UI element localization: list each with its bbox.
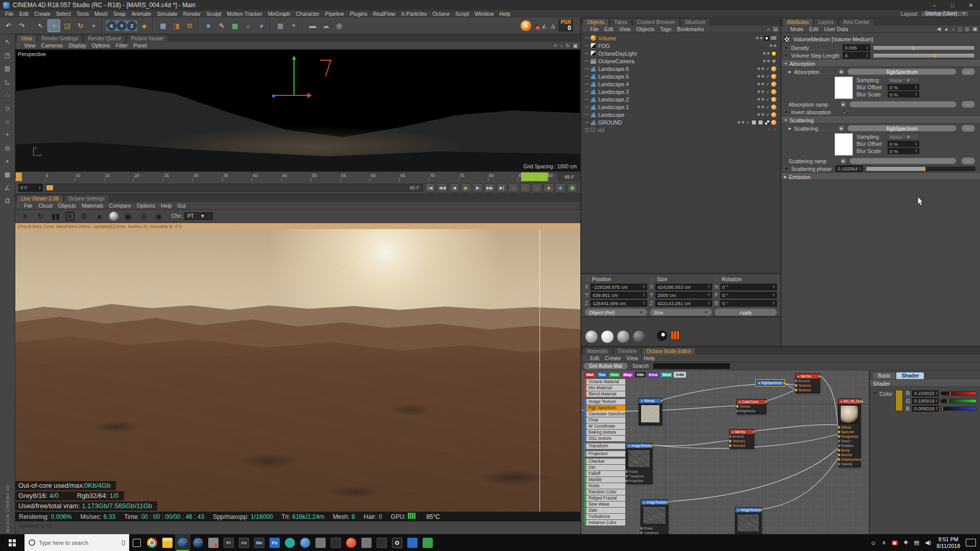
- reset-icon[interactable]: R: [65, 212, 75, 221]
- live-viewer-menu-materials[interactable]: Materials: [82, 203, 104, 209]
- material-picker-icon[interactable]: ◉: [153, 211, 164, 222]
- port-amount[interactable]: Amount: [730, 434, 753, 439]
- menu-plugins[interactable]: Plugins: [350, 11, 367, 17]
- node-type-w-coordinate[interactable]: W Coordinate: [584, 423, 625, 429]
- visibility-dot[interactable]: [760, 37, 763, 39]
- autokey-button[interactable]: ●: [520, 183, 530, 192]
- node-colorcorre[interactable]: ▼ColorCorreTextureBrightness: [737, 399, 766, 414]
- node-header[interactable]: ▼Bitmap: [639, 398, 662, 403]
- object-row-fog[interactable]: FOG: [581, 42, 780, 49]
- coords-field-size-z[interactable]: 422143.281 cm▲▼: [655, 300, 712, 307]
- port-bump[interactable]: Bump: [839, 448, 860, 453]
- live-viewer-menu-gui[interactable]: Gui: [178, 203, 186, 209]
- object-manager-tab-structure[interactable]: Structure: [680, 18, 710, 26]
- viewport-menu-view[interactable]: View: [24, 42, 36, 48]
- port-projection[interactable]: Projection: [626, 479, 652, 483]
- step-length-field[interactable]: 4.▲▼: [843, 52, 870, 59]
- output-port[interactable]: [660, 399, 663, 402]
- animate-dot[interactable]: [784, 53, 789, 58]
- animate-dot[interactable]: [784, 110, 789, 114]
- node-header[interactable]: ▼ImageTexture: [641, 500, 668, 505]
- scattering-color-swatch[interactable]: [835, 133, 853, 156]
- node-search-input[interactable]: [653, 363, 730, 369]
- lock-resolution-icon[interactable]: ∎: [94, 211, 105, 222]
- gizmo-y-axis[interactable]: [293, 57, 295, 94]
- magnet-icon[interactable]: Ω: [2, 195, 14, 207]
- visibility-dot[interactable]: [757, 67, 760, 70]
- striped-material-icon[interactable]: [671, 331, 680, 340]
- visibility-dot[interactable]: [757, 75, 760, 78]
- phong-tag-icon[interactable]: [771, 89, 776, 94]
- chrome-icon[interactable]: [144, 534, 160, 551]
- undo-icon[interactable]: ↶: [2, 19, 15, 32]
- tex-tag-icon[interactable]: [751, 120, 756, 125]
- port-roughness[interactable]: Roughness: [839, 434, 860, 439]
- node-rg-06-octa[interactable]: ▼RG_06_OctaDiffuseSpecularRoughnessSheen…: [838, 398, 861, 467]
- visibility-dot[interactable]: [738, 121, 740, 123]
- action-center-icon[interactable]: [966, 539, 976, 546]
- menu-create[interactable]: Create: [34, 11, 51, 17]
- pause-render-icon[interactable]: ▮▮: [50, 211, 61, 222]
- viewport-tab-render-settings[interactable]: Render Settings: [37, 35, 83, 42]
- node-graph[interactable]: MatTexGenMapOthEmsMedC4D Octane Material…: [581, 370, 980, 534]
- node-type-ridged-fractal[interactable]: Ridged Fractal: [584, 495, 625, 501]
- port-texture2[interactable]: Texture2: [730, 443, 753, 448]
- pla-button[interactable]: ◆: [555, 183, 566, 192]
- node-editor-tab-timeline[interactable]: Timeline: [613, 347, 641, 355]
- channel-field-r[interactable]: 0.233022▲▼: [912, 390, 939, 396]
- output-port[interactable]: [752, 431, 755, 433]
- animate-dot[interactable]: [784, 45, 789, 50]
- cinema4d-icon[interactable]: [175, 534, 190, 551]
- visibility-dot[interactable]: [762, 83, 764, 85]
- object-manager-menu-bookmarks[interactable]: Bookmarks: [677, 26, 704, 32]
- after-effects-icon[interactable]: Ae: [236, 534, 252, 551]
- frame-slider-handle[interactable]: [46, 185, 53, 190]
- live-viewer-tab-octane-settings[interactable]: Octane Settings: [64, 195, 109, 202]
- chevron-up-icon[interactable]: ∧: [882, 539, 886, 546]
- enabled-check-icon[interactable]: ✓: [766, 97, 770, 102]
- scattering-section-header[interactable]: ▼Scattering: [781, 117, 980, 123]
- menu-x-particles[interactable]: X-Particles: [401, 11, 427, 17]
- frame-slider[interactable]: 90 F: [45, 184, 423, 192]
- node-type-falloff[interactable]: Falloff: [584, 471, 625, 477]
- up-icon[interactable]: ▲: [944, 26, 949, 32]
- viewport-menu-filter[interactable]: Filter: [116, 42, 128, 48]
- perspective-viewport[interactable]: yx Perspective Grid Spacing : 1000 cm: [15, 49, 580, 171]
- visibility-dot[interactable]: [757, 83, 760, 85]
- viewport-menu-display[interactable]: Display: [68, 42, 86, 48]
- enabled-check-icon[interactable]: ✓: [766, 112, 770, 117]
- node-header[interactable]: ▼ImageTexture: [626, 443, 652, 448]
- viewport-tab-render-queue[interactable]: Render Queue: [83, 35, 126, 42]
- node-type-marble[interactable]: Marble: [584, 477, 625, 483]
- apply-button[interactable]: Apply: [715, 309, 777, 316]
- move-tool-icon[interactable]: +: [47, 19, 60, 32]
- more-options-button[interactable]: ...: [962, 158, 975, 164]
- preview-range-band[interactable]: [521, 172, 548, 181]
- viewport-tab-view[interactable]: View: [16, 35, 37, 42]
- phong-tag-icon[interactable]: [771, 112, 776, 117]
- node-type-baking-texture[interactable]: Baking texture: [584, 430, 625, 435]
- node-editor-tab-materials[interactable]: Materials: [582, 347, 612, 355]
- render-region-icon[interactable]: ▣: [122, 211, 134, 222]
- port-power[interactable]: Power: [736, 534, 761, 534]
- node-header[interactable]: ▼MixTex: [730, 430, 753, 434]
- output-port[interactable]: [760, 509, 763, 511]
- node-type-blend-material[interactable]: Blend Material: [584, 391, 625, 397]
- category-chip-map[interactable]: Map: [622, 372, 634, 378]
- menu-animate[interactable]: Animate: [131, 11, 151, 17]
- object-manager-menu-tags[interactable]: Tags: [660, 26, 671, 32]
- app-green-icon[interactable]: [420, 534, 435, 551]
- object-row-volume[interactable]: Volume: [581, 34, 780, 42]
- new-panel-icon[interactable]: ▣: [973, 26, 977, 32]
- primitive-cube-icon[interactable]: ■: [202, 19, 215, 32]
- viewport-tab-picture-viewer[interactable]: Picture Viewer: [127, 35, 168, 42]
- port-diffuse[interactable]: Diffuse: [839, 425, 860, 430]
- redo-icon[interactable]: ↷: [15, 19, 28, 32]
- object-row-landscape-1[interactable]: Landscape.1✓: [581, 103, 780, 111]
- attributes-tab-axis-center[interactable]: Axis Center: [839, 18, 874, 26]
- blur-scale-field[interactable]: 0 %▲▼: [888, 91, 919, 97]
- node-type-gaussian-spectrum[interactable]: Gaussian Spectrum: [584, 411, 625, 417]
- port-texture1[interactable]: Texture1: [796, 383, 819, 388]
- node-editor-menu-view[interactable]: View: [627, 355, 639, 361]
- node-type-noise[interactable]: Noise: [584, 483, 625, 489]
